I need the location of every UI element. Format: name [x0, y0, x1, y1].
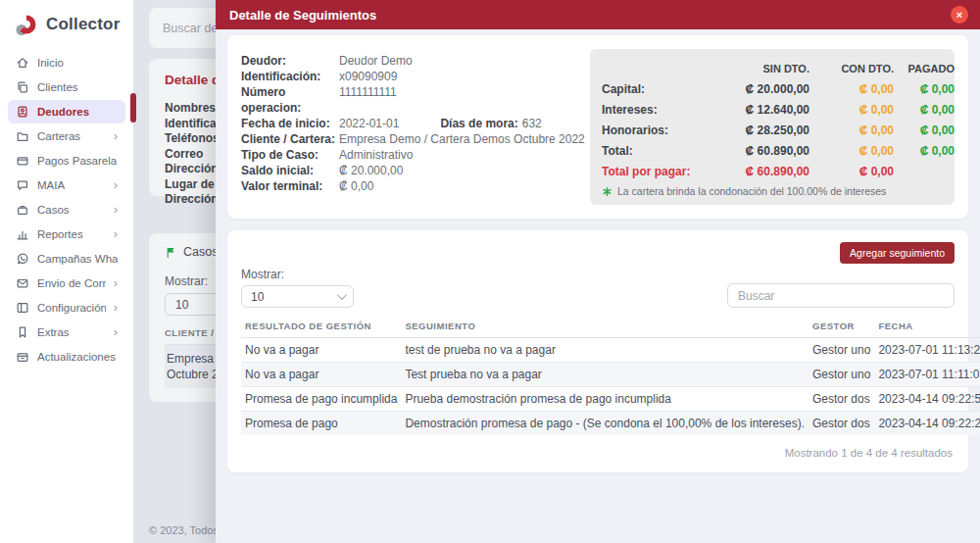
detail-value: ₡ 0,00 [339, 178, 373, 194]
detail-label: Tipo de Caso: [241, 147, 339, 163]
cell-resultado: No va a pagar [241, 338, 401, 363]
chevron-down-icon [337, 290, 347, 300]
close-icon[interactable]: × [951, 6, 968, 24]
table-row[interactable]: Promesa de pago Demostración promesa de … [241, 412, 980, 436]
financial-sin-value: ₡ 60.890,00 [711, 141, 809, 162]
detail-extra-value: 632 [522, 116, 542, 131]
financial-row: Honorarios: ₡ 28.250,00 ₡ 0,00 ₡ 0,00 [602, 121, 943, 141]
results-count: Mostrando 1 de 4 de 4 resultados [241, 435, 955, 463]
col-pagado: PAGADO [894, 59, 955, 79]
add-seguimiento-button[interactable]: Agregar seguimiento [840, 242, 955, 264]
modal-header: Detalle de Seguimientos × [216, 0, 980, 29]
sidebar-item-inicio[interactable]: Inicio [8, 51, 125, 74]
sidebar-item-pagos-pasarela[interactable]: Pagos Pasarela [8, 149, 125, 173]
sidebar-item-icon [16, 227, 29, 241]
sidebar-item-label: Campañas Whatsapp [37, 253, 118, 265]
chevron-right-icon: › [114, 327, 118, 337]
sidebar-item-deudores[interactable]: Deudores [8, 100, 125, 123]
sidebar-item-icon [16, 178, 29, 192]
col-gestor: GESTOR [808, 316, 874, 338]
sidebar-item-campanas-whatsapp[interactable]: Campañas Whatsapp [8, 247, 125, 271]
financial-summary-panel: SIN DTO. CON DTO. PAGADO Capital: ₡ 20.0… [590, 49, 955, 205]
cell-seguimiento: Test prueba no va a pagar [401, 363, 808, 387]
cell-gestor: Gestor dos [808, 412, 874, 436]
sidebar-item-label: Configuración [37, 302, 106, 314]
cell-fecha: 2023-07-01 11:11:07 [874, 363, 980, 387]
financial-label: Honorarios: [602, 121, 711, 141]
sidebar-item-envio-de-correo[interactable]: Envio de Correo › [8, 272, 125, 295]
debtor-details: Deudor: Deudor Demo Identificación: x090… [241, 49, 590, 205]
show-label: Mostrar: [241, 268, 354, 281]
cell-resultado: Promesa de pago [241, 412, 401, 436]
cell-seguimiento: test de prueba no va a pagar [401, 338, 808, 363]
condonacion-icon [602, 186, 612, 197]
sidebar-item-icon [16, 350, 29, 364]
table-search-input[interactable] [727, 283, 955, 308]
sidebar-item-maia[interactable]: MAIA › [8, 173, 125, 197]
sidebar-item-actualizaciones[interactable]: Actualizaciones [8, 345, 125, 369]
seguimientos-card: Agregar seguimiento Mostrar: 10 RESULTAD… [227, 230, 968, 472]
sidebar-item-reportes[interactable]: Reportes › [8, 222, 125, 246]
sidebar-item-label: Carteras [37, 130, 80, 142]
sidebar-item-label: MAIA [37, 179, 65, 191]
sidebar-item-icon [16, 325, 29, 339]
table-header-row: RESULTADO DE GESTIÓN SEGUIMIENTO GESTOR … [241, 316, 980, 338]
chevron-right-icon: › [114, 131, 118, 141]
financial-pagado-value: ₡ 0,00 [894, 100, 955, 121]
sidebar-item-clientes[interactable]: Clientes [8, 75, 125, 99]
detail-extra-label: Días de mora: [440, 116, 517, 131]
financial-con-value: ₡ 0,00 [809, 100, 894, 121]
cell-fecha: 2023-07-01 11:13:20 [874, 338, 980, 363]
detail-row: Fecha de inicio: 2022-01-01 Días de mora… [241, 116, 590, 131]
cell-seguimiento: Demostración promesa de pago - (Se condo… [401, 412, 808, 436]
sidebar-item-carteras[interactable]: Carteras › [8, 124, 125, 148]
chevron-right-icon: › [114, 229, 118, 239]
table-row[interactable]: No va a pagar Test prueba no va a pagar … [241, 363, 980, 387]
sidebar-item-icon [16, 154, 29, 168]
detail-row: Identificación: x09090909 [241, 69, 590, 84]
financial-rows: Capital: ₡ 20.000,00 ₡ 0,00 ₡ 0,00 Inter… [602, 79, 943, 182]
financial-row: Intereses: ₡ 12.640,00 ₡ 0,00 ₡ 0,00 [602, 100, 943, 121]
detail-row: Tipo de Caso: Administrativo [241, 147, 590, 163]
chevron-right-icon: › [114, 303, 118, 313]
detail-row: Cliente / Cartera: Empresa Demo / Carter… [241, 131, 590, 147]
sidebar-item-label: Pagos Pasarela [37, 155, 117, 167]
cell-gestor: Gestor uno [808, 363, 874, 387]
sidebar-item-icon [16, 276, 29, 290]
financial-row: Total por pagar: ₡ 60.890,00 ₡ 0,00 [602, 162, 943, 182]
detail-value: 1111111111 [339, 84, 397, 116]
sidebar-item-label: Actualizaciones [37, 351, 116, 363]
financial-sin-value: ₡ 60.890,00 [711, 162, 809, 182]
financial-con-value: ₡ 0,00 [809, 162, 894, 182]
sidebar-item-icon [16, 301, 29, 315]
detail-label: Saldo inicial: [241, 163, 339, 178]
sidebar-item-icon [16, 252, 29, 266]
detail-label: Identificación: [241, 69, 339, 84]
sidebar-item-label: Extras [37, 326, 70, 338]
detail-row: Valor terminal: ₡ 0,00 [241, 178, 590, 194]
cell-gestor: Gestor dos [808, 387, 874, 412]
col-sin-dto: SIN DTO. [711, 59, 809, 79]
sidebar-item-icon [16, 105, 29, 119]
financial-sin-value: ₡ 20.000,00 [711, 79, 809, 100]
cell-fecha: 2023-04-14 09:22:22 [874, 412, 980, 436]
table-row[interactable]: Promesa de pago incumplida Prueba demost… [241, 387, 980, 412]
financial-con-value: ₡ 0,00 [809, 141, 894, 162]
sidebar-item-casos[interactable]: Casos › [8, 198, 125, 222]
modal-title: Detalle de Seguimientos [229, 8, 376, 23]
financial-header-row: SIN DTO. CON DTO. PAGADO [602, 59, 943, 79]
sidebar-item-label: Casos [37, 204, 70, 216]
app-logo[interactable]: Collector [0, 0, 133, 51]
page-size-select[interactable]: 10 [241, 285, 354, 308]
financial-pagado-value: ₡ 0,00 [894, 141, 955, 162]
sidebar-item-icon [16, 80, 29, 94]
app-title: Collector [46, 15, 120, 34]
col-resultado: RESULTADO DE GESTIÓN [241, 316, 401, 338]
sidebar-item-configuracion[interactable]: Configuración › [8, 296, 125, 320]
chevron-right-icon: › [114, 180, 118, 190]
detail-row: Deudor: Deudor Demo [241, 53, 590, 69]
detail-label: Deudor: [241, 53, 339, 69]
sidebar-item-extras[interactable]: Extras › [8, 321, 125, 344]
sidebar-item-label: Reportes [37, 228, 83, 240]
table-row[interactable]: No va a pagar test de prueba no va a pag… [241, 338, 980, 363]
